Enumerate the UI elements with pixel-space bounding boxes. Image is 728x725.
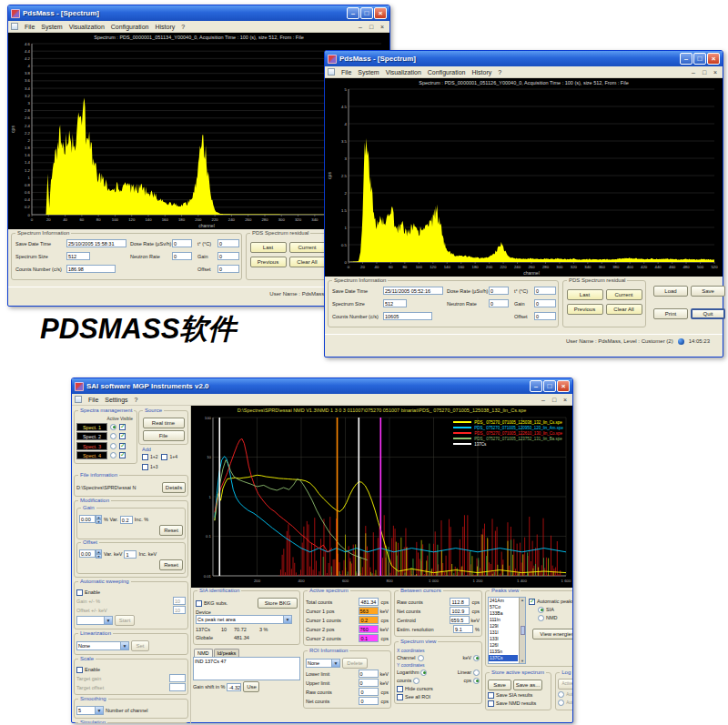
previous-button[interactable]: Previous [567, 304, 603, 315]
neutron-value[interactable]: 0 [172, 252, 192, 260]
device-dropdown[interactable]: Cs peak net area▼ [196, 615, 292, 624]
between-value[interactable]: 659.5 [450, 616, 470, 624]
start-button[interactable]: Start [115, 615, 135, 626]
menu-history[interactable]: History [471, 69, 491, 76]
size-value[interactable]: 512 [383, 299, 407, 307]
logarithm-radio[interactable] [420, 670, 427, 676]
linearization-dropdown[interactable]: None▼ [76, 641, 129, 650]
spectrum-4-visible-checkbox[interactable] [119, 452, 126, 458]
menu-item[interactable]: ? [181, 24, 185, 30]
gain-reset-button[interactable]: Reset [159, 525, 183, 536]
kev-radio[interactable] [473, 655, 480, 661]
save-date-value[interactable]: 25/11/2005 05:52:16 [383, 287, 443, 295]
offset-reset-button[interactable]: Reset [159, 559, 183, 570]
spectrum-2-active-radio[interactable] [110, 433, 116, 439]
spectrum-1-visible-checkbox[interactable] [119, 424, 126, 430]
sia-radio[interactable] [538, 607, 544, 613]
real-time-button[interactable]: Real time [143, 418, 185, 428]
child-minimize-button[interactable]: – [539, 397, 548, 403]
autofill-files-radio[interactable] [558, 700, 564, 706]
dose-value[interactable]: 0 [489, 287, 509, 295]
save-sia-results-checkbox[interactable] [488, 692, 494, 699]
save-as-button[interactable]: Save as... [513, 680, 542, 690]
spectrum-1-button[interactable]: Spect. 1 [76, 423, 107, 431]
add-1-4-checkbox[interactable] [161, 454, 167, 460]
clear-all-button[interactable]: Clear All [606, 304, 642, 315]
between-value[interactable]: 9.1 [453, 625, 473, 633]
close-button[interactable]: × [374, 7, 387, 19]
file-button[interactable]: File [143, 430, 185, 441]
add-1-2-checkbox[interactable] [142, 454, 148, 460]
child-restore-button[interactable]: □ [700, 69, 709, 76]
spectrum-1-active-radio[interactable] [110, 424, 116, 430]
add-option-1-3[interactable]: 1+3 [142, 463, 157, 470]
bkg-subs-checkbox[interactable] [196, 600, 202, 607]
between-value[interactable]: 102.9 [450, 607, 470, 615]
offset-spinner-value[interactable]: 0.00 [79, 549, 96, 558]
roi-value[interactable]: 0 [359, 688, 379, 696]
previous-button[interactable]: Previous [250, 257, 287, 267]
clear-all-button[interactable]: Clear All [289, 257, 326, 267]
roi-dropdown[interactable]: None▼ [306, 659, 340, 668]
save-date-value[interactable]: 25/10/2005 15:58:31 [66, 239, 126, 247]
save-button[interactable]: Save [488, 680, 511, 690]
close-button[interactable]: × [557, 380, 570, 392]
minimize-button[interactable]: – [347, 7, 359, 19]
peaks-list-item[interactable]: 241Am [489, 598, 518, 604]
temp-value[interactable]: 0 [217, 239, 239, 247]
sweep-method-dropdown[interactable]: ▼ [76, 616, 113, 625]
hide-cursors-checkbox[interactable] [397, 686, 403, 692]
scale-enable-checkbox[interactable] [76, 667, 83, 673]
menu-item[interactable]: ? [135, 397, 138, 403]
maximize-button[interactable]: □ [360, 7, 373, 19]
use-button[interactable]: Use [243, 681, 259, 692]
menu-settings[interactable]: Settings [105, 397, 127, 403]
peaks-list-item[interactable]: 133I [489, 636, 518, 642]
linear-radio[interactable] [473, 670, 480, 676]
offset-spinner[interactable]: 0.00▲▼ [79, 549, 102, 559]
load-button[interactable]: Load [653, 286, 688, 297]
menu-system[interactable]: System [358, 69, 379, 76]
target-gain-value[interactable] [169, 674, 186, 682]
auto-clear-radio[interactable] [558, 691, 564, 698]
set-button[interactable]: Set [131, 640, 149, 651]
spectrum-4-button[interactable]: Spect. 4 [76, 451, 107, 459]
active-value[interactable]: 0.2 [359, 616, 379, 624]
view-energies-button[interactable]: View energies [532, 629, 572, 639]
temp-value[interactable]: 0 [534, 287, 556, 295]
target-offset-value[interactable] [169, 683, 186, 691]
menu-history[interactable]: History [155, 24, 175, 30]
gain-shift-value[interactable]: -4.32 [227, 683, 241, 691]
child-close-button[interactable]: × [711, 69, 720, 76]
active-file-button[interactable]: Active file [558, 679, 572, 690]
peaks-list-item[interactable]: 126I [489, 642, 518, 649]
child-minimize-button[interactable]: – [689, 69, 698, 76]
maximize-button[interactable]: □ [693, 53, 706, 65]
roi-value[interactable]: 0 [359, 679, 379, 687]
minimize-button[interactable]: – [680, 53, 693, 65]
sweep-value[interactable]: 10 [173, 597, 186, 605]
close-button[interactable]: × [707, 53, 720, 65]
roi-value[interactable]: 0 [359, 670, 379, 678]
child-minimize-button[interactable]: – [356, 24, 365, 30]
menu-visualization[interactable]: Visualization [386, 69, 421, 76]
add-option-1-2[interactable]: 1+2 [142, 453, 157, 460]
details-button[interactable]: Details [162, 482, 186, 493]
store-bkg-button[interactable]: Store BKG [258, 598, 298, 609]
menu-file[interactable]: File [88, 397, 98, 403]
gain-increment-value[interactable]: 0.2 [120, 516, 133, 524]
peaks-list-item[interactable]: 111In [489, 617, 518, 623]
save-button[interactable]: Save [691, 286, 725, 297]
minimize-button[interactable]: – [530, 380, 542, 392]
scroll-down-icon[interactable]: ▼ [521, 659, 524, 663]
menu-file[interactable]: File [25, 24, 35, 30]
smoothing-dropdown[interactable]: 5▼ [76, 706, 104, 715]
add-option-1-4[interactable]: 1+4 [161, 453, 177, 460]
peaks-list-item[interactable]: 133Ba [489, 610, 518, 617]
save-nmd-results-checkbox[interactable] [488, 700, 494, 707]
counts-radio[interactable] [413, 678, 420, 684]
spectrum-4-active-radio[interactable] [110, 452, 116, 458]
gain-value[interactable]: 0 [534, 299, 556, 307]
child-close-button[interactable]: × [561, 397, 570, 403]
gain-value[interactable]: 0 [217, 252, 239, 260]
